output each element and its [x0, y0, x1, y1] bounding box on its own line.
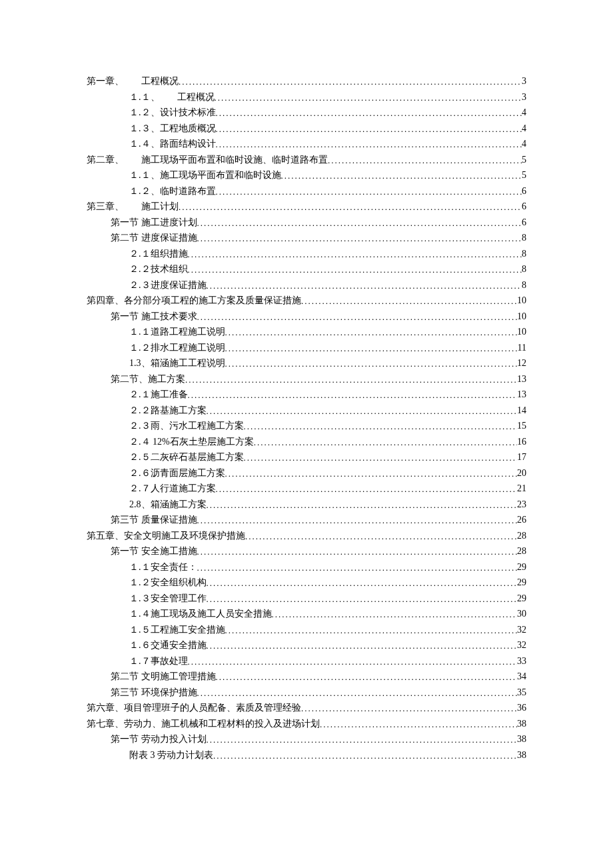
toc-entry[interactable]: ２.４ 12%石灰土垫层施工方案16 [87, 437, 526, 447]
toc-entry-title: 第三章、 [87, 202, 124, 211]
toc-dots [216, 109, 522, 117]
toc-entry[interactable]: １.１安全责任：29 [87, 563, 526, 572]
toc-entry[interactable]: 第一章、工程概况3 [87, 77, 526, 86]
toc-entry[interactable]: １.３、工程地质概况4 [87, 124, 526, 133]
toc-entry-title: １.４、路面结构设计 [129, 139, 216, 149]
toc-entry-page: 29 [517, 563, 526, 572]
toc-dots [188, 657, 518, 666]
toc-entry-page: 3 [522, 93, 526, 102]
toc-dots [216, 673, 518, 681]
toc-dots [225, 469, 518, 478]
toc-entry[interactable]: 第二章、施工现场平面布置和临时设施、临时道路布置5 [87, 155, 526, 165]
toc-entry-page: 8 [522, 265, 526, 274]
toc-entry[interactable]: 第二节 文明施工管理措施34 [87, 672, 526, 681]
toc-entry-page: 13 [517, 375, 526, 384]
toc-entry[interactable]: ２.６沥青面层施工方案20 [87, 469, 526, 478]
toc-entry-title: １.６交通安全措施 [129, 641, 207, 650]
toc-entry-page: 15 [517, 421, 526, 431]
toc-entry[interactable]: 2.8、箱涵施工方案23 [87, 500, 526, 509]
toc-dots [225, 344, 518, 353]
toc-dots [301, 297, 517, 305]
toc-entry[interactable]: ２.７人行道施工方案21 [87, 484, 526, 493]
toc-entry-title: 第七章、劳动力、施工机械和工程材料的投入及进场计划 [87, 719, 320, 729]
toc-entry-title: ２.２技术组织 [129, 265, 188, 274]
toc-entry[interactable]: 第二节、施工方案13 [87, 375, 526, 384]
toc-entry[interactable]: ２.２路基施工方案14 [87, 406, 526, 415]
toc-entry[interactable]: １.１、工程概况3 [87, 93, 526, 102]
toc-entry-suffix: 工程概况 [177, 93, 215, 102]
toc-dots [254, 438, 517, 447]
toc-entry-page: 8 [522, 249, 526, 259]
toc-entry-title: 第二节 进度保证措施 [111, 233, 197, 243]
toc-entry-page: 13 [517, 390, 526, 399]
toc-dots [197, 234, 522, 243]
toc-dots [244, 422, 518, 431]
toc-entry-title: ２.７人行道施工方案 [129, 484, 216, 493]
toc-entry-title: 1.3、箱涵施工工程说明 [129, 359, 225, 368]
toc-entry-title: １.１、施工现场平面布置和临时设施 [129, 171, 281, 180]
toc-entry[interactable]: 1.3、箱涵施工工程说明12 [87, 359, 526, 368]
toc-entry-title: 第一节 劳动力投入计划 [111, 735, 207, 744]
toc-entry-page: 28 [517, 547, 526, 556]
toc-entry-title: １.１、 [129, 93, 160, 102]
toc-entry[interactable]: １.４施工现场及施工人员安全措施30 [87, 609, 526, 619]
toc-entry[interactable]: 第五章、安全文明施工及环境保护措施28 [87, 531, 526, 541]
toc-entry[interactable]: 第一节 施工进度计划6 [87, 218, 526, 227]
toc-entry-title: 2.8、箱涵施工方案 [129, 500, 207, 509]
toc-dots [301, 704, 517, 713]
toc-entry[interactable]: 第三节 质量保证措施26 [87, 515, 526, 525]
toc-entry[interactable]: 第一节 劳动力投入计划38 [87, 735, 526, 744]
toc-entry[interactable]: １.７事故处理33 [87, 657, 526, 666]
toc-entry[interactable]: １.２排水工程施工说明11 [87, 343, 526, 353]
toc-entry[interactable]: 第三节 环境保护措施35 [87, 688, 526, 697]
toc-entry[interactable]: 附表 3 劳动力计划表38 [87, 751, 526, 760]
toc-entry[interactable]: ２.３雨、污水工程施工方案15 [87, 421, 526, 431]
toc-dots [207, 595, 518, 603]
toc-entry-page: 10 [517, 312, 526, 321]
toc-entry-suffix: 施工计划 [141, 202, 179, 211]
toc-entry-title: ２.３进度保证措施 [129, 281, 207, 290]
toc-entry[interactable]: １.６交通安全措施32 [87, 641, 526, 650]
toc-entry-title: 第一节 施工进度计划 [111, 218, 197, 227]
toc-entry-suffix: 工程概况 [141, 77, 179, 86]
toc-entry[interactable]: ２.１组织措施8 [87, 249, 526, 259]
toc-entry[interactable]: １.５工程施工安全措施32 [87, 625, 526, 635]
toc-entry[interactable]: １.１道路工程施工说明10 [87, 327, 526, 337]
toc-entry-page: 23 [517, 500, 526, 509]
toc-entry-title: １.１道路工程施工说明 [129, 327, 225, 337]
toc-entry-page: 8 [522, 281, 526, 290]
toc-dots [197, 563, 518, 572]
toc-dots [207, 641, 518, 650]
toc-entry-title: １.２排水工程施工说明 [129, 343, 225, 353]
toc-entry[interactable]: 第三章、施工计划6 [87, 202, 526, 211]
toc-dots [188, 265, 522, 274]
toc-entry[interactable]: ２.５二灰碎石基层施工方案17 [87, 453, 526, 462]
toc-entry[interactable]: １.２、设计技术标准4 [87, 108, 526, 117]
toc-entry-page: 4 [522, 139, 526, 149]
toc-entry-page: 8 [522, 233, 526, 243]
toc-entry[interactable]: １.３安全管理工作29 [87, 594, 526, 603]
toc-entry[interactable]: ２.１施工准备13 [87, 390, 526, 399]
toc-entry[interactable]: １.２安全组织机构29 [87, 578, 526, 587]
toc-entry[interactable]: 第七章、劳动力、施工机械和工程材料的投入及进场计划38 [87, 719, 526, 729]
toc-entry[interactable]: ２.３进度保证措施8 [87, 281, 526, 290]
toc-entry[interactable]: 第六章、项目管理班子的人员配备、素质及管理经验36 [87, 703, 526, 713]
toc-entry-title: 第二节 文明施工管理措施 [111, 672, 216, 681]
toc-entry[interactable]: １.２、临时道路布置6 [87, 187, 526, 196]
toc-dots [328, 156, 522, 165]
toc-entry[interactable]: １.４、路面结构设计4 [87, 139, 526, 149]
toc-entry[interactable]: 第一节 安全施工措施28 [87, 547, 526, 556]
toc-dots [179, 203, 522, 211]
toc-entry[interactable]: 第四章、各分部分项工程的施工方案及质量保证措施10 [87, 296, 526, 305]
toc-entry[interactable]: ２.２技术组织8 [87, 265, 526, 274]
toc-entry-title: １.３安全管理工作 [129, 594, 207, 603]
toc-entry[interactable]: 第二节 进度保证措施8 [87, 233, 526, 243]
toc-entry-title: １.２、设计技术标准 [129, 108, 216, 117]
toc-entry[interactable]: １.１、施工现场平面布置和临时设施5 [87, 171, 526, 180]
toc-dots [207, 579, 518, 587]
toc-entry-page: 14 [517, 406, 526, 415]
toc-entry-page: 3 [522, 77, 526, 86]
toc-entry[interactable]: 第一节 施工技术要求10 [87, 312, 526, 321]
toc-entry-page: 38 [517, 719, 526, 729]
toc-entry-page: 28 [517, 531, 526, 541]
